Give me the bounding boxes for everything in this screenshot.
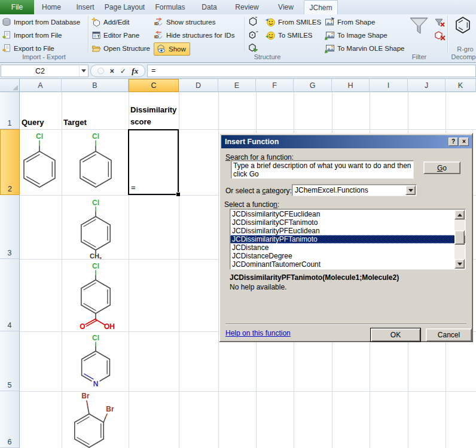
hide-structures-for-ids-button[interactable]: ID Hide structures for IDs [154, 29, 234, 41]
to-marvin-ole-shape-button[interactable]: To Marvin OLE Shape [325, 42, 405, 54]
column-header-a[interactable]: A [20, 79, 62, 92]
enter-entry-icon[interactable]: ✓ [120, 67, 126, 75]
help-on-this-function-link[interactable]: Help on this function [225, 329, 291, 337]
function-list-item[interactable]: JCDistanceDegree [230, 252, 465, 260]
svg-text:ID: ID [154, 34, 159, 39]
tab-formulas[interactable]: Formulas [148, 0, 193, 14]
rgroup-decompose-button[interactable] [453, 16, 472, 35]
from-smiles-smiley-icon [266, 17, 276, 27]
molecule-b4-chlorobenzoic-acid[interactable]: Cl O OH [67, 261, 124, 331]
row-header-3[interactable]: 3 [0, 195, 20, 259]
editor-pane-button[interactable]: Editor Pane [91, 29, 139, 41]
formula-input[interactable]: = [147, 65, 476, 77]
select-all-corner[interactable] [0, 79, 20, 92]
export-to-file-button[interactable]: Export to File [2, 42, 54, 54]
structure-tool-1-button[interactable] [248, 16, 258, 28]
column-header-j[interactable]: J [408, 79, 446, 92]
filter-funnel-icon [408, 16, 431, 36]
scroll-up-icon[interactable] [454, 210, 465, 220]
show-structures-button[interactable]: ID Show structures [154, 16, 215, 28]
column-header-f[interactable]: F [256, 79, 294, 92]
add-edit-button[interactable]: Add/Edit [91, 16, 129, 28]
from-shape-button[interactable]: From Shape [325, 16, 375, 28]
function-list-item[interactable]: JCDissimilarityPFEuclidean [230, 227, 465, 235]
cell-c1-line2[interactable]: score [130, 117, 151, 126]
benzene-tool-icon [248, 16, 258, 27]
structure-tool-3-button[interactable] [248, 42, 258, 54]
tab-insert[interactable]: Insert [69, 0, 102, 14]
category-dropdown[interactable]: JChemExcel.Functions [292, 184, 417, 196]
scrollbar-thumb[interactable] [454, 230, 465, 245]
row-header-5[interactable]: 5 [0, 331, 20, 391]
insert-function-icon[interactable]: fx [132, 66, 138, 76]
function-list-item[interactable]: JCDissimilarityCFEuclidean [230, 210, 465, 218]
import-from-database-label: Import from Database [14, 19, 80, 26]
selected-cell-c2[interactable]: = [128, 129, 179, 195]
tab-page-layout[interactable]: Page Layout [102, 0, 148, 14]
fill-handle[interactable] [176, 192, 180, 196]
cell-b1-target[interactable]: Target [63, 118, 87, 127]
structure-tool-2-button[interactable] [248, 29, 258, 41]
cancel-button[interactable]: Cancel [426, 328, 472, 342]
tab-review[interactable]: Review [226, 0, 268, 14]
remove-structure-filter-button[interactable] [435, 30, 446, 42]
cell-a1-query[interactable]: Query [22, 118, 44, 127]
dialog-close-icon[interactable]: × [459, 138, 469, 146]
function-list-item[interactable]: JCDistance [230, 243, 465, 252]
molecule-a2-chlorobenzene[interactable]: Cl [11, 131, 68, 194]
column-header-b[interactable]: B [62, 79, 129, 92]
scroll-down-icon[interactable] [454, 259, 465, 269]
group-label-import-export: Import - Export [0, 53, 88, 60]
row-header-4[interactable]: 4 [0, 259, 20, 331]
to-marvin-ole-shape-icon [325, 44, 335, 53]
column-header-g[interactable]: G [294, 79, 332, 92]
column-header-h[interactable]: H [332, 79, 370, 92]
list-scrollbar[interactable] [454, 210, 465, 269]
row-header-6[interactable]: 6 [0, 391, 20, 448]
to-smiles-button[interactable]: To SMILES [266, 29, 313, 41]
column-header-c[interactable]: C [129, 79, 179, 92]
gridline [179, 92, 179, 448]
methyl-label: CH3 [90, 252, 102, 259]
search-function-input[interactable]: Type a brief description of what you wan… [231, 160, 414, 179]
category-label: Or select a category: [225, 187, 292, 195]
benzene-convert-icon [248, 42, 258, 53]
column-header-d[interactable]: D [179, 79, 218, 92]
dialog-title-bar[interactable]: Insert Function [221, 135, 472, 148]
from-smiles-button[interactable]: From SMILES [266, 16, 321, 28]
tab-file[interactable]: File [0, 0, 34, 14]
cancel-entry-icon[interactable]: × [109, 66, 114, 75]
row-header-1[interactable]: 1 [0, 92, 20, 129]
column-header-i[interactable]: I [370, 79, 408, 92]
svg-text:ID: ID [154, 21, 159, 26]
import-from-file-button[interactable]: Import from File [2, 29, 62, 41]
function-list-item[interactable]: JCDominantTautomerCount [230, 260, 465, 269]
open-folder-icon [91, 44, 101, 53]
cell-c2-value: = [131, 183, 136, 192]
cl-atom-label: Cl [92, 334, 99, 342]
molecule-b5-chloropyridine[interactable]: Cl N [67, 333, 124, 389]
dialog-help-icon[interactable]: ? [448, 138, 458, 146]
name-box-dropdown-icon[interactable] [79, 65, 88, 77]
column-header-e[interactable]: E [218, 79, 256, 92]
molecule-b6-dibromobenzene[interactable]: Br Br [63, 390, 123, 448]
tab-jchem[interactable]: JChem [304, 0, 338, 14]
filter-button[interactable] [408, 16, 431, 36]
clear-filter-button[interactable] [435, 17, 446, 29]
function-list-item[interactable]: JCDissimilarityCFTanimoto [230, 218, 465, 227]
import-from-database-button[interactable]: Import from Database [2, 16, 80, 28]
ok-button[interactable]: OK [371, 328, 420, 342]
to-image-shape-button[interactable]: To Image Shape [325, 29, 387, 41]
column-header-k[interactable]: K [446, 79, 476, 92]
function-list-item-selected[interactable]: JCDissimilarityPFTanimoto [230, 235, 465, 243]
molecule-b3-chlorotoluene[interactable]: Cl CH3 [67, 198, 124, 259]
name-box[interactable]: C2 [1, 65, 89, 77]
tab-data[interactable]: Data [193, 0, 226, 14]
category-dropdown-arrow-icon[interactable] [405, 185, 416, 195]
molecule-b2-chlorobenzene[interactable]: Cl [67, 131, 124, 194]
cell-c1-line1[interactable]: Dissimilarity [130, 105, 176, 114]
tab-view[interactable]: View [268, 0, 304, 14]
go-button[interactable]: Go [423, 161, 460, 174]
open-structure-button[interactable]: Open Structure [91, 42, 150, 54]
tab-home[interactable]: Home [34, 0, 69, 14]
